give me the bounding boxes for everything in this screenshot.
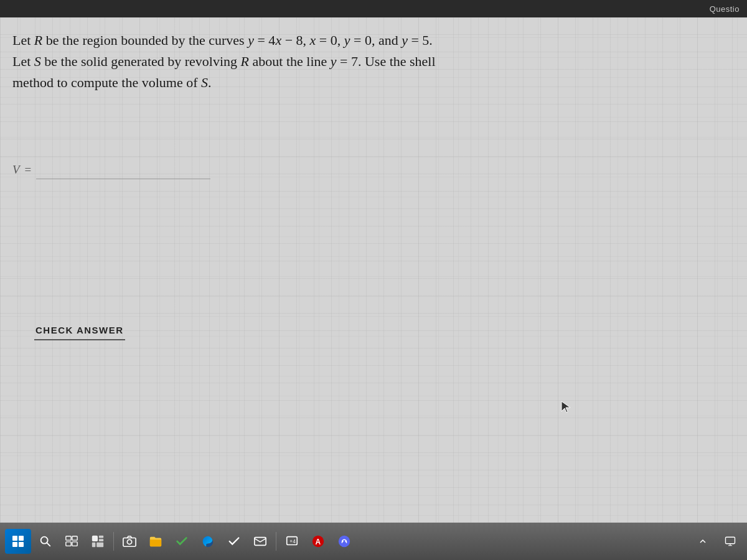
svg-rect-10 bbox=[96, 543, 103, 547]
taskbar-camera-button[interactable] bbox=[118, 529, 141, 554]
taskbar-discord-button[interactable] bbox=[332, 529, 356, 554]
chevron-up-icon bbox=[699, 538, 707, 545]
question-line3: method to compute the volume of S. bbox=[12, 75, 212, 90]
svg-rect-9 bbox=[92, 543, 96, 547]
taskbar-search-button[interactable] bbox=[34, 529, 57, 554]
svg-rect-8 bbox=[99, 539, 103, 541]
taskbar-notification-button[interactable]: +4 bbox=[280, 529, 304, 554]
widgets-icon bbox=[91, 534, 105, 548]
svg-line-1 bbox=[47, 543, 50, 546]
svg-point-20 bbox=[345, 541, 347, 543]
display-icon-button[interactable] bbox=[718, 529, 742, 554]
svg-rect-3 bbox=[72, 536, 77, 540]
file-explorer-icon bbox=[149, 534, 162, 548]
answer-area: V = bbox=[12, 161, 210, 179]
cursor-icon bbox=[560, 400, 573, 415]
display-icon bbox=[725, 536, 736, 547]
notification-icon: +4 bbox=[285, 534, 299, 548]
svg-rect-6 bbox=[92, 536, 98, 541]
svg-point-18 bbox=[339, 536, 350, 547]
taskbar-right bbox=[691, 529, 742, 554]
acrobat-icon: A bbox=[311, 534, 325, 548]
top-bar: Questio bbox=[0, 0, 747, 17]
mail-icon bbox=[253, 534, 267, 548]
question-area: Let R be the region bounded by the curve… bbox=[12, 30, 735, 93]
svg-rect-13 bbox=[255, 538, 266, 546]
search-icon bbox=[39, 534, 52, 548]
svg-rect-7 bbox=[99, 536, 103, 538]
taskbar-separator-2 bbox=[276, 532, 276, 551]
answer-input[interactable] bbox=[36, 161, 210, 179]
taskbar-edge-button[interactable] bbox=[196, 529, 220, 554]
equals-label: = bbox=[25, 163, 32, 177]
checkmark-icon bbox=[175, 534, 189, 548]
main-content: Let R be the region bounded by the curve… bbox=[0, 17, 747, 523]
v-label: V bbox=[12, 163, 20, 177]
taskbar-acrobat-button[interactable]: A bbox=[306, 529, 330, 554]
taskbar-check-button[interactable] bbox=[170, 529, 194, 554]
system-tray-expand-button[interactable] bbox=[691, 529, 715, 554]
checkmark2-icon bbox=[227, 534, 241, 548]
discord-icon bbox=[337, 534, 351, 548]
taskbar-check2-button[interactable] bbox=[222, 529, 246, 554]
svg-rect-2 bbox=[66, 536, 71, 540]
svg-text:+4: +4 bbox=[289, 539, 296, 544]
question-line2: Let S be the solid generated by revolvin… bbox=[12, 54, 436, 69]
top-bar-label: Questio bbox=[710, 4, 740, 14]
taskbar-file-explorer-button[interactable] bbox=[144, 529, 167, 554]
taskbar-separator-1 bbox=[113, 532, 114, 551]
svg-rect-5 bbox=[72, 542, 77, 546]
taskbar-mail-button[interactable] bbox=[248, 529, 272, 554]
windows-logo-icon bbox=[12, 536, 24, 547]
edge-icon bbox=[201, 534, 215, 548]
taskbar-widgets-button[interactable] bbox=[86, 529, 110, 554]
taskbar: +4 A bbox=[0, 523, 747, 560]
windows-start-button[interactable] bbox=[5, 529, 31, 554]
svg-rect-21 bbox=[726, 537, 735, 544]
svg-point-12 bbox=[127, 539, 131, 544]
check-answer-button[interactable]: CHECK ANSWER bbox=[34, 322, 125, 340]
taskbar-task-view-button[interactable] bbox=[60, 529, 83, 554]
svg-rect-4 bbox=[66, 542, 71, 546]
svg-text:A: A bbox=[315, 538, 321, 546]
task-view-icon bbox=[65, 534, 78, 548]
camera-icon bbox=[123, 534, 136, 548]
svg-point-19 bbox=[342, 541, 344, 543]
question-text: Let R be the region bounded by the curve… bbox=[12, 30, 735, 93]
question-line1: Let R be the region bounded by the curve… bbox=[12, 32, 433, 48]
